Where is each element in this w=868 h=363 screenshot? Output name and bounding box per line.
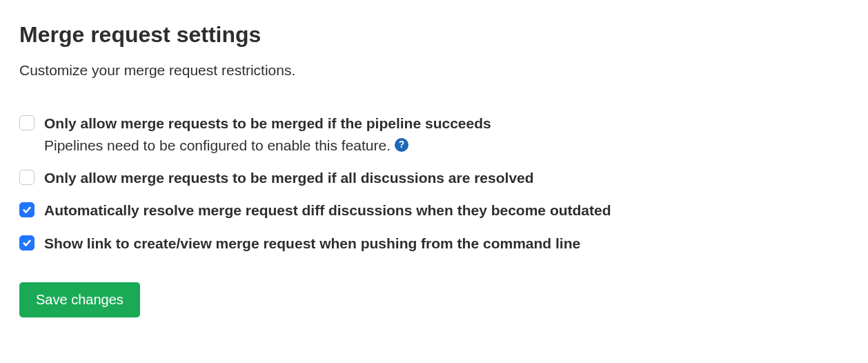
option-label-pipeline: Only allow merge requests to be merged i… [44, 113, 491, 133]
option-discussions: Only allow merge requests to be merged i… [19, 168, 849, 188]
option-label-autoresolve: Automatically resolve merge request diff… [44, 200, 611, 220]
option-label-showlink: Show link to create/view merge request w… [44, 233, 580, 253]
help-icon[interactable]: ? [395, 138, 408, 152]
option-autoresolve: Automatically resolve merge request diff… [19, 200, 849, 220]
save-changes-button[interactable]: Save changes [19, 282, 140, 317]
option-showlink: Show link to create/view merge request w… [19, 233, 849, 253]
option-pipeline: Only allow merge requests to be merged i… [19, 113, 849, 155]
option-body-discussions: Only allow merge requests to be merged i… [44, 168, 534, 188]
option-desc-pipeline: Pipelines need to be configured to enabl… [44, 135, 391, 155]
options-list: Only allow merge requests to be merged i… [19, 113, 849, 253]
option-body-showlink: Show link to create/view merge request w… [44, 233, 580, 253]
check-icon [22, 205, 32, 215]
option-body-autoresolve: Automatically resolve merge request diff… [44, 200, 611, 220]
settings-subheading: Customize your merge request restriction… [19, 60, 849, 80]
checkbox-showlink[interactable] [19, 235, 34, 251]
checkbox-discussions[interactable] [19, 170, 34, 185]
checkbox-pipeline[interactable] [19, 115, 34, 130]
option-label-discussions: Only allow merge requests to be merged i… [44, 168, 534, 188]
option-body-pipeline: Only allow merge requests to be merged i… [44, 113, 491, 155]
settings-heading: Merge request settings [19, 19, 849, 50]
check-icon [22, 238, 32, 248]
checkbox-autoresolve[interactable] [19, 202, 34, 217]
option-desc-line-pipeline: Pipelines need to be configured to enabl… [44, 135, 491, 155]
